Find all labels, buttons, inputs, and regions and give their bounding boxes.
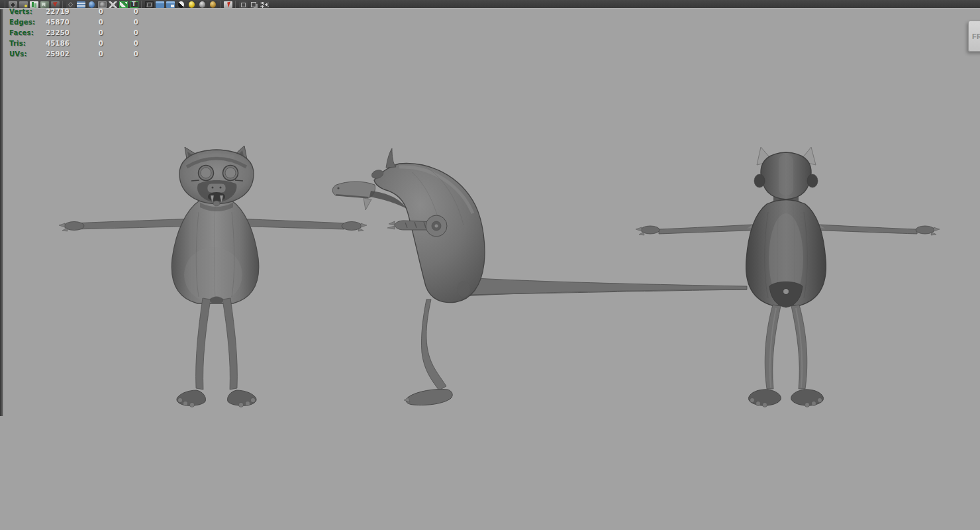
side-model-leg [404,299,452,405]
hud-value: 0 [75,28,103,38]
hud-value: 45870 [9,17,70,28]
back-model-head [754,147,818,199]
hud-row-uvs: UVs: 25902 0 0 [9,49,148,60]
hud-row-verts: Verts: 22719 0 0 [9,7,148,17]
hud-row-faces: Faces: 23250 0 0 [9,28,148,38]
hud-value: 0 [110,28,138,38]
back-model-legs [765,305,807,389]
tail-stub [783,289,789,295]
hud-value: 45186 [9,38,70,49]
hud-value: 0 [75,38,103,49]
front-model-body [172,197,258,303]
hud-row-edges: Edges: 45870 0 0 [9,17,148,28]
hud-value: 22719 [9,7,70,17]
poly-count-hud: Verts: 22719 0 0 Edges: 45870 0 0 Faces:… [9,7,148,60]
hud-row-tris: Tris: 45186 0 0 [9,38,148,49]
front-model-legs [196,298,238,390]
front-view-button-label: FRONT [972,32,980,40]
viewport[interactable]: Verts: 22719 0 0 Edges: 45870 0 0 Faces:… [0,9,980,530]
hud-value: 23250 [9,28,70,38]
maya-viewport-panel: Verts: 22719 0 0 Edges: 45870 0 0 Faces:… [0,0,980,530]
back-view-model[interactable] [636,147,940,407]
hud-value: 0 [75,7,103,17]
front-view-button[interactable]: FRONT [968,21,980,52]
hud-value: 25902 [9,49,70,60]
model-3d-scene [0,0,980,530]
front-view-model[interactable] [59,146,367,407]
front-model-feet [177,390,256,407]
side-view-model[interactable] [332,148,747,405]
hud-value: 0 [110,38,138,49]
hud-value: 0 [110,49,138,60]
front-model-head [179,146,254,206]
back-model-feet [748,390,823,407]
hud-value: 0 [75,17,103,28]
side-model-tail [464,278,747,296]
hud-value: 0 [110,17,138,28]
hud-value: 0 [75,49,103,60]
hud-value: 0 [110,7,138,17]
